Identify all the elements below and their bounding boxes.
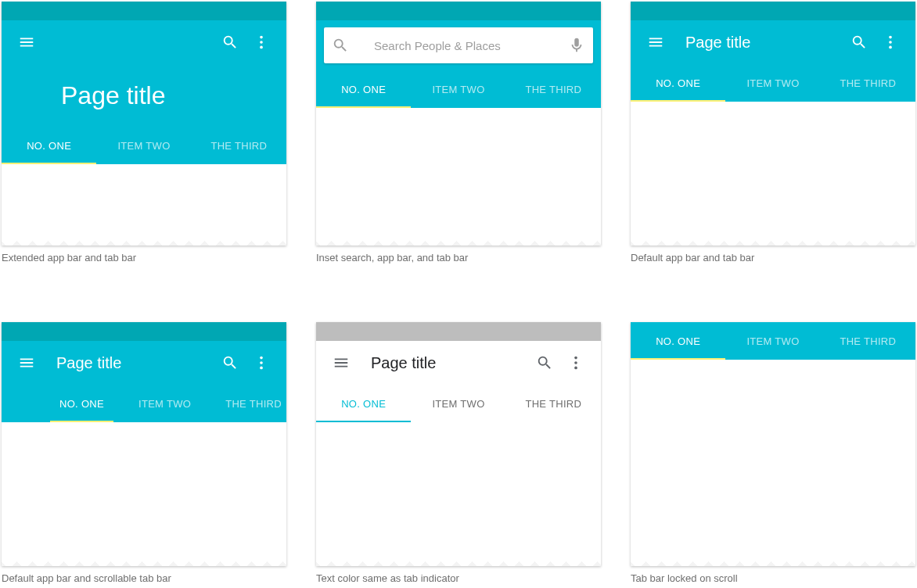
svg-point-6 bbox=[260, 357, 263, 360]
search-icon[interactable] bbox=[529, 347, 560, 378]
status-bar bbox=[2, 2, 286, 20]
tab-three[interactable]: THE THIRD bbox=[506, 70, 601, 108]
status-bar bbox=[2, 322, 286, 341]
app-bar bbox=[2, 20, 286, 64]
menu-icon[interactable] bbox=[11, 347, 42, 378]
svg-point-8 bbox=[260, 367, 263, 370]
search-icon[interactable] bbox=[214, 27, 246, 58]
extended-title-area: Page title bbox=[2, 64, 286, 127]
tab-two[interactable]: ITEM TWO bbox=[411, 385, 505, 422]
search-placeholder: Search People & Places bbox=[349, 39, 568, 52]
frame-light-theme: Page title NO. ONE ITEM TWO THE THIRD bbox=[316, 322, 601, 566]
torn-edge bbox=[316, 554, 601, 566]
tab-bar: NO. ONE ITEM TWO THE THIRD bbox=[631, 322, 915, 360]
tab-one[interactable]: NO. ONE bbox=[631, 64, 725, 102]
svg-point-2 bbox=[260, 46, 263, 49]
svg-point-3 bbox=[889, 36, 892, 39]
tab-three[interactable]: THE THIRD bbox=[821, 64, 915, 102]
search-input[interactable]: Search People & Places bbox=[324, 27, 593, 63]
app-bar: Page title bbox=[2, 341, 286, 385]
search-icon bbox=[332, 37, 349, 54]
page-title: Page title bbox=[371, 354, 436, 371]
torn-edge bbox=[631, 233, 915, 246]
torn-edge bbox=[2, 233, 286, 246]
tab-two[interactable]: ITEM TWO bbox=[725, 322, 820, 360]
tab-bar-scrollable[interactable]: NO. ONE ITEM TWO THE THIRD bbox=[2, 385, 286, 422]
search-row: Search People & Places bbox=[316, 20, 601, 70]
tab-two[interactable]: ITEM TWO bbox=[725, 64, 820, 102]
tab-three[interactable]: THE THIRD bbox=[821, 322, 915, 360]
page-title: Page title bbox=[56, 354, 121, 371]
menu-icon[interactable] bbox=[325, 347, 357, 378]
svg-point-11 bbox=[574, 367, 577, 370]
svg-point-1 bbox=[260, 41, 263, 44]
caption: Inset search, app bar, and tab bar bbox=[316, 252, 601, 265]
caption: Extended app bar and tab bar bbox=[2, 252, 286, 265]
tab-bar: NO. ONE ITEM TWO THE THIRD bbox=[316, 385, 601, 422]
svg-point-5 bbox=[889, 46, 892, 49]
frame-inset-search: Search People & Places NO. ONE ITEM TWO … bbox=[316, 2, 601, 246]
tab-bar: NO. ONE ITEM TWO THE THIRD bbox=[316, 70, 601, 108]
overflow-icon[interactable] bbox=[246, 27, 277, 58]
status-bar bbox=[631, 2, 915, 20]
frame-scrollable-tabs: Page title NO. ONE ITEM TWO THE THIRD bbox=[2, 322, 286, 566]
status-bar bbox=[316, 322, 601, 341]
tab-two[interactable]: ITEM TWO bbox=[121, 385, 208, 422]
frame-default-appbar: Page title NO. ONE ITEM TWO THE THIRD bbox=[631, 2, 915, 246]
search-icon[interactable] bbox=[843, 27, 875, 58]
overflow-icon[interactable] bbox=[560, 347, 592, 378]
app-bar: Page title bbox=[631, 20, 915, 64]
svg-point-4 bbox=[889, 41, 892, 44]
tab-three[interactable]: THE THIRD bbox=[506, 385, 601, 422]
caption: Text color same as tab indicator bbox=[316, 572, 601, 586]
tab-one[interactable]: NO. ONE bbox=[631, 322, 725, 360]
tab-two[interactable]: ITEM TWO bbox=[411, 70, 505, 108]
app-bar: Page title bbox=[316, 341, 601, 385]
svg-point-10 bbox=[574, 361, 577, 364]
torn-edge bbox=[2, 554, 286, 566]
menu-icon[interactable] bbox=[640, 27, 671, 58]
frame-extended-appbar: Page title NO. ONE ITEM TWO THE THIRD bbox=[2, 2, 286, 246]
tab-one[interactable]: NO. ONE bbox=[2, 127, 96, 164]
svg-point-0 bbox=[260, 36, 263, 39]
caption: Default app bar and tab bar bbox=[631, 252, 915, 265]
page-title: Page title bbox=[685, 34, 750, 51]
overflow-icon[interactable] bbox=[246, 347, 277, 378]
torn-edge bbox=[316, 233, 601, 246]
overflow-icon[interactable] bbox=[875, 27, 906, 58]
tab-three[interactable]: THE THIRD bbox=[208, 385, 286, 422]
torn-edge bbox=[631, 554, 915, 566]
caption: Tab bar locked on scroll bbox=[631, 572, 915, 586]
tab-one[interactable]: NO. ONE bbox=[316, 385, 411, 422]
svg-point-7 bbox=[260, 361, 263, 364]
page-title: Page title bbox=[61, 81, 165, 110]
tab-bar: NO. ONE ITEM TWO THE THIRD bbox=[2, 127, 286, 164]
status-bar bbox=[316, 2, 601, 20]
tab-one[interactable]: NO. ONE bbox=[42, 385, 121, 422]
tab-two[interactable]: ITEM TWO bbox=[96, 127, 191, 164]
search-icon[interactable] bbox=[214, 347, 246, 378]
tab-one[interactable]: NO. ONE bbox=[316, 70, 411, 108]
mic-icon[interactable] bbox=[568, 37, 585, 54]
svg-point-9 bbox=[574, 357, 577, 360]
tab-three[interactable]: THE THIRD bbox=[192, 127, 286, 164]
tab-bar: NO. ONE ITEM TWO THE THIRD bbox=[631, 64, 915, 102]
frame-tabs-locked: NO. ONE ITEM TWO THE THIRD bbox=[631, 322, 915, 566]
caption: Default app bar and scrollable tab bar bbox=[2, 572, 286, 586]
menu-icon[interactable] bbox=[11, 27, 42, 58]
